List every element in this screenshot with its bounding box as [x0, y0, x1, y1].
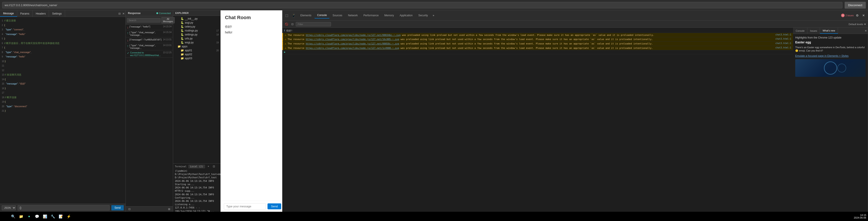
url-bar: Disconnect: [0, 0, 868, 10]
file-item-app02[interactable]: 📁 app02: [173, 52, 220, 57]
devtools-content: ℹ 你好! ⚠ The resource https://cdnjs.cloud…: [282, 28, 868, 212]
file-item-app01[interactable]: 📁 app01 20: [173, 48, 220, 52]
file-item-settings[interactable]: 🐍 settings.py 18: [173, 33, 220, 37]
default-levels-button[interactable]: Default levels ▼: [848, 23, 866, 26]
devtools-settings-button[interactable]: ⚙: [855, 13, 860, 18]
taskbar-app-4[interactable]: 📝: [57, 213, 64, 220]
url-input[interactable]: [2, 2, 842, 8]
chat-title: Chat Room: [220, 10, 282, 23]
sidebar-tab-console[interactable]: Console: [793, 28, 807, 34]
file-name-app01: app01: [185, 49, 192, 52]
all-messages-button[interactable]: All Messages: [161, 17, 175, 23]
file-panel-header: EXPLORER: [173, 10, 220, 16]
info-icon: ℹ: [284, 29, 285, 32]
taskbar-start-button[interactable]: ⊞: [2, 213, 9, 220]
devtools-tab-console[interactable]: Console: [314, 12, 330, 19]
devtools-tab-application[interactable]: Application: [397, 12, 415, 18]
split-button[interactable]: ⊞: [167, 207, 171, 211]
emulate-link[interactable]: Emulate a focused page in Elements > Sty…: [795, 54, 866, 58]
console-filter-input[interactable]: [296, 22, 331, 27]
devtools-tab-security[interactable]: Security: [416, 12, 431, 18]
devtools-toolbar: 🚫 ⊡ Default levels ▼: [282, 21, 868, 28]
console-filter-toggle[interactable]: ⊡: [290, 22, 294, 26]
warning-link-1[interactable]: https://cdnjs.cloudflare.com/ajax/libs/n…: [306, 34, 401, 36]
issues-label: 2 issues: [845, 14, 854, 17]
tab-params[interactable]: Params: [17, 10, 33, 17]
collapse-button[interactable]: ⊟: [118, 10, 122, 17]
tab-headers[interactable]: Headers: [33, 10, 49, 17]
warning-link-2[interactable]: https://cdnjs.cloudflare.com/ajax/libs/n…: [306, 38, 399, 40]
terminal-tab[interactable]: Local (2): [188, 164, 205, 169]
devtools-more-tabs[interactable]: »: [431, 13, 436, 18]
taskbar-file-explorer[interactable]: 📁: [18, 213, 25, 220]
disconnect-button[interactable]: Disconnect: [845, 2, 866, 9]
chat-send-button[interactable]: Send: [268, 204, 281, 209]
file-name-app02: app02: [185, 53, 192, 56]
resp-time-4: 14:13:31: [163, 44, 172, 46]
tab-message[interactable]: Message: [0, 10, 17, 17]
devtools-tab-network[interactable]: Network: [345, 12, 360, 18]
taskbar-app-6[interactable]: 🖥: [73, 213, 80, 220]
file-item-routings[interactable]: 🐍 routings.py 17: [173, 29, 220, 33]
warning-link-3[interactable]: https://cdnjs.cloudflare.com/ajax/libs/n…: [306, 42, 399, 45]
file-item-app03[interactable]: 📁 app03: [173, 57, 220, 60]
file-item-apps[interactable]: 📁 apps: [173, 44, 220, 48]
response-search-input[interactable]: [127, 18, 160, 23]
terminal-split-btn[interactable]: ⊡: [212, 164, 216, 169]
warning-link-4[interactable]: https://cdnjs.cloudflare.com/ajax/libs/n…: [306, 47, 399, 49]
chat-panel: Chat Room 你好! hello! Send: [220, 10, 282, 212]
devtools-tab-elements[interactable]: Elements: [298, 12, 314, 18]
expand-button[interactable]: ⊡: [127, 207, 131, 211]
taskbar-app-3[interactable]: 🔧: [50, 213, 57, 220]
file-name-wsgi: wsgi.py: [185, 41, 194, 44]
devtools-close-button[interactable]: ✕: [861, 13, 866, 18]
file-item-celery[interactable]: 🐍 celery.py: [173, 25, 220, 29]
chat-input-row: Send: [220, 201, 282, 212]
terminal-add-btn[interactable]: +: [207, 164, 210, 169]
file-item-wsgi[interactable]: 🐍 wsgi.py 19: [173, 40, 220, 44]
resp-content-2: { "type": "chat_message", "message...: [129, 31, 162, 36]
response-title: Response: [128, 12, 141, 15]
console-arrow-entry: ▶: [282, 50, 793, 54]
devtools-device-button[interactable]: 📱: [290, 13, 297, 18]
taskbar-app-1[interactable]: 💬: [33, 213, 40, 220]
console-clear-button[interactable]: 🚫: [284, 22, 289, 26]
clock-date: 2024-06-06: [854, 216, 866, 219]
tab-settings[interactable]: Settings: [49, 10, 65, 17]
sidebar-tab-bar: Console Issues What's new ✕: [793, 28, 868, 34]
python-file-icon-routings: 🐍: [181, 29, 184, 32]
msg-group-16: 16 }: [0, 86, 125, 91]
file-item-asgi[interactable]: 🐍 asgi.py: [173, 21, 220, 25]
terminal-line-4: 2024-06-06 14:13:14,754 INFO HTTP/2 supp…: [175, 186, 219, 193]
devtools-inspect-button[interactable]: ⬚: [284, 13, 289, 18]
taskbar-app-2[interactable]: 📊: [41, 213, 49, 220]
devtools-tab-memory[interactable]: Memory: [382, 12, 397, 18]
sidebar-close-button[interactable]: ✕: [864, 28, 868, 34]
devtools-tab-sources[interactable]: Sources: [330, 12, 345, 18]
file-item-urls[interactable]: 🐍 urls.py: [173, 37, 220, 40]
taskbar-app-7[interactable]: 🗒: [81, 213, 88, 220]
chat-message-input[interactable]: [224, 203, 266, 210]
arrow-down-icon-2: ↓: [127, 39, 129, 42]
msg-group-comment2: 6 // 断开连接后，用于在聊天室应用中发送和接收消息: [0, 41, 125, 45]
file-item-init[interactable]: 🐍 __init__.py: [173, 17, 220, 21]
easter-egg-desc: There's an Easter egg somewhere in DevTo…: [795, 46, 866, 52]
taskbar-search-button[interactable]: 🔍: [10, 213, 17, 220]
ws-send-button[interactable]: Send: [112, 205, 124, 211]
sidebar-tab-whats-new[interactable]: What's new: [820, 28, 838, 34]
warning-icon-3: ⚠: [285, 42, 286, 45]
sidebar-tab-issues[interactable]: Issues: [807, 28, 820, 34]
taskbar-chrome-icon[interactable]: ●: [26, 213, 33, 220]
clear-button[interactable]: ✕: [122, 10, 125, 17]
ws-message-input[interactable]: [18, 205, 110, 211]
json-type-select[interactable]: JSON Text: [2, 206, 16, 210]
msg-group-7: 7 {: [0, 45, 125, 50]
devtools-tab-performance[interactable]: Performance: [361, 12, 381, 18]
file-tree: 🐍 __init__.py 🐍 asgi.py 🐍 celery.py 🐍 ro…: [173, 16, 220, 163]
decorative-circle: [824, 62, 837, 75]
msg-group-10: 10 }: [0, 59, 125, 64]
terminal-line-6: 2024-06-06 14:13:14,754 INFO Listening o…: [175, 199, 219, 206]
resp-time-5: 13:12:25: [163, 51, 172, 54]
msg-group-comment4: 18 // 断开连接: [0, 95, 125, 100]
taskbar-app-5[interactable]: ⚡: [65, 213, 72, 220]
